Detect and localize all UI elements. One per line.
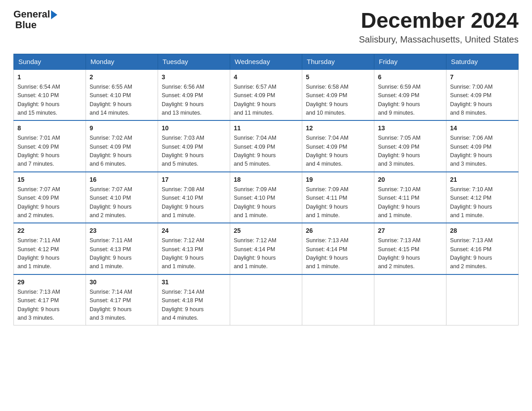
location-subtitle: Salisbury, Massachusetts, United States [359,34,519,45]
table-row: 5Sunrise: 6:58 AMSunset: 4:09 PMDaylight… [302,69,374,121]
col-saturday: Saturday [446,54,519,69]
day-info: Sunrise: 7:14 AMSunset: 4:17 PMDaylight:… [90,288,154,323]
day-info: Sunrise: 7:10 AMSunset: 4:11 PMDaylight:… [378,185,442,220]
day-number: 14 [450,124,515,133]
day-number: 6 [378,73,442,82]
day-number: 26 [306,226,370,235]
day-info: Sunrise: 6:55 AMSunset: 4:10 PMDaylight:… [90,83,154,118]
day-info: Sunrise: 7:14 AMSunset: 4:18 PMDaylight:… [162,288,226,323]
table-row: 14Sunrise: 7:06 AMSunset: 4:09 PMDayligh… [446,120,519,172]
table-row [374,274,446,325]
day-number: 5 [306,73,370,82]
day-info: Sunrise: 7:04 AMSunset: 4:09 PMDaylight:… [306,134,370,169]
table-row: 27Sunrise: 7:13 AMSunset: 4:15 PMDayligh… [374,223,446,274]
calendar-week-row: 29Sunrise: 7:13 AMSunset: 4:17 PMDayligh… [14,274,519,325]
day-number: 29 [17,278,82,287]
day-info: Sunrise: 7:04 AMSunset: 4:09 PMDaylight:… [234,134,298,169]
day-info: Sunrise: 7:00 AMSunset: 4:09 PMDaylight:… [450,83,515,118]
table-row [446,274,519,325]
day-info: Sunrise: 7:08 AMSunset: 4:10 PMDaylight:… [162,185,226,220]
day-number: 24 [162,226,226,235]
table-row [230,274,302,325]
table-row: 12Sunrise: 7:04 AMSunset: 4:09 PMDayligh… [302,120,374,172]
col-sunday: Sunday [14,54,86,69]
table-row: 1Sunrise: 6:54 AMSunset: 4:10 PMDaylight… [14,69,86,121]
logo-triangle-icon [51,10,57,19]
table-row: 2Sunrise: 6:55 AMSunset: 4:10 PMDaylight… [86,69,158,121]
table-row [302,274,374,325]
table-row: 10Sunrise: 7:03 AMSunset: 4:09 PMDayligh… [158,120,230,172]
day-info: Sunrise: 7:06 AMSunset: 4:09 PMDaylight:… [450,134,515,169]
logo-blue-text: Blue [15,20,37,30]
day-number: 15 [17,175,82,184]
day-number: 22 [17,226,82,235]
day-number: 23 [90,226,154,235]
day-info: Sunrise: 7:07 AMSunset: 4:10 PMDaylight:… [90,185,154,220]
day-number: 9 [90,124,154,133]
logo: General Blue [13,9,57,30]
table-row: 24Sunrise: 7:12 AMSunset: 4:13 PMDayligh… [158,223,230,274]
day-number: 28 [450,226,515,235]
col-friday: Friday [374,54,446,69]
table-row: 20Sunrise: 7:10 AMSunset: 4:11 PMDayligh… [374,172,446,223]
day-number: 12 [306,124,370,133]
table-row: 22Sunrise: 7:11 AMSunset: 4:12 PMDayligh… [14,223,86,274]
col-monday: Monday [86,54,158,69]
day-info: Sunrise: 7:12 AMSunset: 4:14 PMDaylight:… [234,236,298,271]
day-info: Sunrise: 6:57 AMSunset: 4:09 PMDaylight:… [234,83,298,118]
day-info: Sunrise: 7:09 AMSunset: 4:11 PMDaylight:… [306,185,370,220]
table-row: 6Sunrise: 6:59 AMSunset: 4:09 PMDaylight… [374,69,446,121]
calendar-week-row: 8Sunrise: 7:01 AMSunset: 4:09 PMDaylight… [14,120,519,172]
day-info: Sunrise: 7:11 AMSunset: 4:12 PMDaylight:… [17,236,82,271]
table-row: 29Sunrise: 7:13 AMSunset: 4:17 PMDayligh… [14,274,86,325]
day-number: 8 [17,124,82,133]
day-number: 4 [234,73,298,82]
day-number: 7 [450,73,515,82]
day-number: 27 [378,226,442,235]
day-number: 17 [162,175,226,184]
page-header: General Blue December 2024 Salisbury, Ma… [13,9,519,45]
table-row: 16Sunrise: 7:07 AMSunset: 4:10 PMDayligh… [86,172,158,223]
col-thursday: Thursday [302,54,374,69]
day-number: 3 [162,73,226,82]
table-row: 23Sunrise: 7:11 AMSunset: 4:13 PMDayligh… [86,223,158,274]
table-row: 18Sunrise: 7:09 AMSunset: 4:10 PMDayligh… [230,172,302,223]
logo-general-text: General [13,9,50,20]
day-info: Sunrise: 7:13 AMSunset: 4:16 PMDaylight:… [450,236,515,271]
table-row: 7Sunrise: 7:00 AMSunset: 4:09 PMDaylight… [446,69,519,121]
day-info: Sunrise: 7:05 AMSunset: 4:09 PMDaylight:… [378,134,442,169]
table-row: 9Sunrise: 7:02 AMSunset: 4:09 PMDaylight… [86,120,158,172]
table-row: 28Sunrise: 7:13 AMSunset: 4:16 PMDayligh… [446,223,519,274]
day-info: Sunrise: 7:02 AMSunset: 4:09 PMDaylight:… [90,134,154,169]
table-row: 21Sunrise: 7:10 AMSunset: 4:12 PMDayligh… [446,172,519,223]
col-tuesday: Tuesday [158,54,230,69]
calendar-week-row: 1Sunrise: 6:54 AMSunset: 4:10 PMDaylight… [14,69,519,121]
day-info: Sunrise: 6:56 AMSunset: 4:09 PMDaylight:… [162,83,226,118]
day-info: Sunrise: 6:54 AMSunset: 4:10 PMDaylight:… [17,83,82,118]
month-title: December 2024 [359,9,519,33]
calendar-table: Sunday Monday Tuesday Wednesday Thursday… [13,54,519,326]
day-info: Sunrise: 7:07 AMSunset: 4:09 PMDaylight:… [17,185,82,220]
day-info: Sunrise: 7:13 AMSunset: 4:14 PMDaylight:… [306,236,370,271]
day-info: Sunrise: 7:11 AMSunset: 4:13 PMDaylight:… [90,236,154,271]
day-number: 10 [162,124,226,133]
calendar-week-row: 22Sunrise: 7:11 AMSunset: 4:12 PMDayligh… [14,223,519,274]
col-wednesday: Wednesday [230,54,302,69]
day-number: 30 [90,278,154,287]
day-info: Sunrise: 7:13 AMSunset: 4:17 PMDaylight:… [17,288,82,323]
table-row: 26Sunrise: 7:13 AMSunset: 4:14 PMDayligh… [302,223,374,274]
calendar-header-row: Sunday Monday Tuesday Wednesday Thursday… [14,54,519,69]
table-row: 4Sunrise: 6:57 AMSunset: 4:09 PMDaylight… [230,69,302,121]
day-info: Sunrise: 6:59 AMSunset: 4:09 PMDaylight:… [378,83,442,118]
day-info: Sunrise: 7:03 AMSunset: 4:09 PMDaylight:… [162,134,226,169]
table-row: 17Sunrise: 7:08 AMSunset: 4:10 PMDayligh… [158,172,230,223]
day-number: 19 [306,175,370,184]
day-info: Sunrise: 7:09 AMSunset: 4:10 PMDaylight:… [234,185,298,220]
day-info: Sunrise: 7:12 AMSunset: 4:13 PMDaylight:… [162,236,226,271]
day-info: Sunrise: 7:01 AMSunset: 4:09 PMDaylight:… [17,134,82,169]
day-number: 31 [162,278,226,287]
table-row: 3Sunrise: 6:56 AMSunset: 4:09 PMDaylight… [158,69,230,121]
table-row: 15Sunrise: 7:07 AMSunset: 4:09 PMDayligh… [14,172,86,223]
table-row: 8Sunrise: 7:01 AMSunset: 4:09 PMDaylight… [14,120,86,172]
day-number: 2 [90,73,154,82]
